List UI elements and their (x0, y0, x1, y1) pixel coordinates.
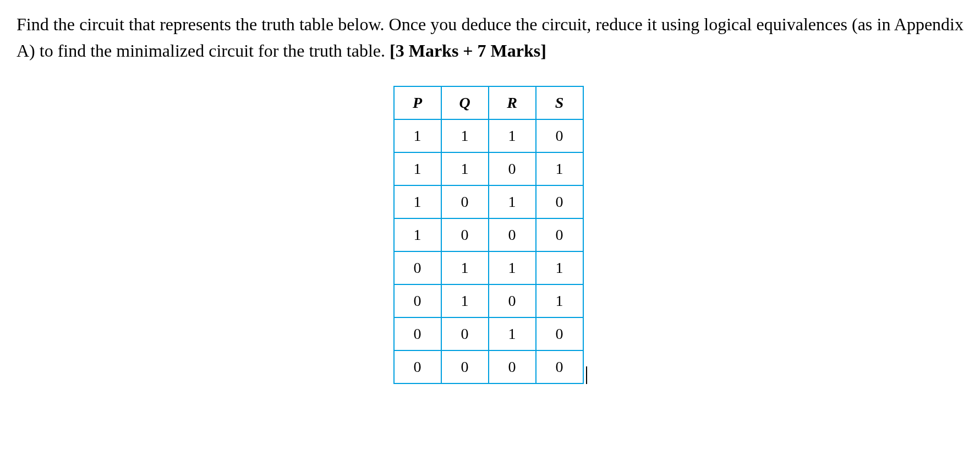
cell: 0 (394, 317, 441, 350)
header-p: P (394, 86, 441, 119)
table-row: 0 1 0 1 (394, 284, 583, 317)
cell: 1 (536, 251, 583, 284)
cell: 0 (489, 284, 536, 317)
cell: 1 (489, 317, 536, 350)
cell: 1 (441, 119, 489, 152)
text-cursor (586, 366, 587, 384)
cell: 1 (394, 185, 441, 218)
table-row: 0 0 1 0 (394, 317, 583, 350)
table-header-row: P Q R S (394, 86, 583, 119)
cell: 0 (536, 218, 583, 251)
table-row: 1 1 0 1 (394, 152, 583, 185)
header-s: S (536, 86, 583, 119)
cell: 0 (489, 350, 536, 383)
cell: 0 (394, 251, 441, 284)
cell: 1 (489, 185, 536, 218)
question-text: Find the circuit that represents the tru… (17, 11, 963, 64)
truth-table: P Q R S 1 1 1 0 1 1 0 1 1 0 1 (393, 86, 584, 384)
cell: 1 (489, 119, 536, 152)
cell: 0 (441, 185, 489, 218)
cell: 0 (536, 119, 583, 152)
header-r: R (489, 86, 536, 119)
cell: 1 (394, 218, 441, 251)
cell: 0 (489, 218, 536, 251)
cell: 1 (441, 152, 489, 185)
cell: 0 (536, 185, 583, 218)
cell: 1 (536, 152, 583, 185)
cell: 0 (394, 284, 441, 317)
table-row: 0 0 0 0 (394, 350, 583, 383)
cell: 0 (536, 317, 583, 350)
cell: 1 (441, 284, 489, 317)
table-row: 0 1 1 1 (394, 251, 583, 284)
cell: 1 (394, 152, 441, 185)
table-row: 1 0 1 0 (394, 185, 583, 218)
cell: 1 (441, 251, 489, 284)
cell: 0 (441, 350, 489, 383)
header-q: Q (441, 86, 489, 119)
cell: 1 (394, 119, 441, 152)
cell: 0 (441, 317, 489, 350)
table-row: 1 0 0 0 (394, 218, 583, 251)
cell: 0 (489, 152, 536, 185)
cell: 0 (536, 350, 583, 383)
question-marks: [3 Marks + 7 Marks] (390, 41, 546, 61)
cell: 1 (536, 284, 583, 317)
cell: 0 (394, 350, 441, 383)
truth-table-container: P Q R S 1 1 1 0 1 1 0 1 1 0 1 (17, 86, 963, 384)
cell: 0 (441, 218, 489, 251)
table-body: 1 1 1 0 1 1 0 1 1 0 1 0 1 0 0 0 (394, 119, 583, 383)
cell: 1 (489, 251, 536, 284)
table-row: 1 1 1 0 (394, 119, 583, 152)
